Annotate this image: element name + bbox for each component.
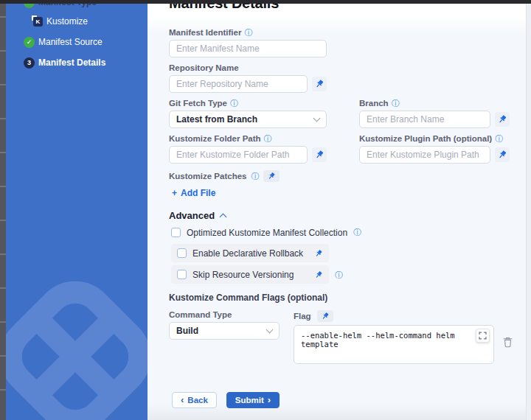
- check-icon: ✓: [24, 37, 35, 48]
- back-button[interactable]: ‹ Back: [172, 392, 217, 408]
- info-icon[interactable]: ⓘ: [251, 172, 259, 181]
- skip-versioning-label: Skip Resource Versioning: [192, 270, 308, 280]
- kustomize-folder-path-label: Kustomize Folder Path: [169, 134, 261, 143]
- row-kustomize-paths: Kustomize Folder Path ⓘ Kustomize Plugin…: [169, 134, 516, 164]
- declarative-rollback-label: Enable Declarative Rollback: [192, 248, 308, 259]
- branch-input[interactable]: [359, 111, 490, 128]
- patches-runtime-pin-button[interactable]: [263, 170, 280, 182]
- field-command-type: Command Type Build: [169, 310, 294, 367]
- branch-runtime-pin-button[interactable]: [495, 112, 510, 127]
- info-icon[interactable]: ⓘ: [264, 135, 272, 143]
- info-icon[interactable]: ⓘ: [335, 271, 343, 279]
- manifest-identifier-label: Manifest Identifier: [169, 28, 241, 37]
- manifest-details-panel: Manifest Details Manifest Identifier ⓘ R…: [148, 0, 531, 420]
- expand-editor-button[interactable]: [476, 329, 490, 343]
- info-icon[interactable]: ⓘ: [230, 99, 238, 108]
- step-label: Kustomize: [46, 16, 88, 27]
- git-fetch-type-select[interactable]: Latest from Branch: [169, 111, 327, 128]
- submit-button[interactable]: Submit ›: [226, 392, 280, 408]
- optimized-collection-row: Optimized Kustomize Manifest Collection …: [171, 227, 516, 238]
- repository-name-label: Repository Name: [169, 63, 239, 72]
- dimmed-page-backdrop: [0, 0, 6, 420]
- wizard-steps-sidebar: ✓ Manifest Type K Kustomize ✓ Manifest S…: [6, 0, 148, 420]
- field-kustomize-folder-path: Kustomize Folder Path ⓘ: [169, 134, 327, 164]
- manifest-wizard-drawer: ✓ Manifest Type K Kustomize ✓ Manifest S…: [0, 0, 531, 420]
- info-icon[interactable]: ⓘ: [353, 228, 361, 237]
- pin-icon: [321, 312, 330, 321]
- field-manifest-identifier: Manifest Identifier ⓘ: [169, 28, 327, 57]
- row-fetch-branch: Git Fetch Type ⓘ Latest from Branch Bran…: [169, 99, 516, 128]
- advanced-heading: Advanced: [169, 210, 215, 221]
- info-icon[interactable]: ⓘ: [244, 29, 252, 37]
- field-git-fetch-type: Git Fetch Type ⓘ Latest from Branch: [169, 99, 327, 128]
- info-icon[interactable]: ⓘ: [495, 135, 503, 143]
- add-file-button[interactable]: + Add File: [172, 187, 516, 199]
- pin-icon: [497, 114, 507, 125]
- skip-versioning-checkbox[interactable]: [177, 270, 187, 279]
- field-repository-name: Repository Name: [169, 63, 327, 93]
- command-type-label: Command Type: [169, 310, 232, 319]
- git-fetch-type-label: Git Fetch Type: [169, 99, 227, 108]
- optimized-collection-label: Optimized Kustomize Manifest Collection: [187, 228, 347, 238]
- plus-icon: +: [172, 188, 177, 198]
- field-flag: Flag --enable-helm --helm-command helm t…: [294, 310, 513, 367]
- declarative-rollback-checkbox[interactable]: [177, 248, 187, 258]
- rollback-runtime-pin-button[interactable]: [314, 249, 323, 258]
- sidebar-item-manifest-source[interactable]: ✓ Manifest Source: [6, 32, 148, 52]
- field-branch: Branch ⓘ: [359, 99, 510, 128]
- branch-label: Branch: [359, 99, 389, 108]
- git-fetch-type-value: Latest from Branch: [176, 114, 257, 125]
- command-type-select[interactable]: Build: [169, 322, 280, 340]
- repository-name-input[interactable]: [169, 75, 308, 93]
- kustomize-patches-label: Kustomize Patches: [169, 172, 246, 181]
- declarative-rollback-row: Enable Declarative Rollback: [171, 244, 329, 262]
- advanced-section-toggle[interactable]: Advanced: [169, 209, 516, 221]
- command-flags-heading: Kustomize Command Flags (optional): [169, 293, 516, 303]
- expand-icon: [479, 332, 487, 340]
- wizard-footer: ‹ Back Submit ›: [172, 392, 516, 408]
- kustomize-plugin-path-input[interactable]: [359, 146, 490, 164]
- chevron-down-icon: [266, 326, 274, 334]
- add-file-label: Add File: [181, 188, 215, 198]
- kustomize-icon: K: [33, 17, 43, 27]
- harness-logo-watermark: [6, 256, 148, 420]
- chevron-up-icon: [220, 213, 227, 220]
- delete-flag-button[interactable]: [503, 337, 513, 348]
- field-kustomize-patches: Kustomize Patches ⓘ: [169, 169, 516, 183]
- command-flags-row: Command Type Build Flag: [169, 310, 516, 367]
- pin-icon: [314, 79, 324, 89]
- info-icon[interactable]: ⓘ: [392, 99, 400, 108]
- manifest-identifier-input[interactable]: [169, 40, 327, 57]
- step-number-icon: 3: [24, 57, 35, 69]
- sidebar-item-manifest-details[interactable]: 3 Manifest Details: [6, 52, 148, 73]
- flag-label: Flag: [294, 312, 311, 321]
- chevron-left-icon: ‹: [181, 395, 184, 405]
- chevron-down-icon: [313, 115, 321, 122]
- kustomize-folder-path-input[interactable]: [169, 146, 308, 164]
- chevron-right-icon: ›: [268, 395, 271, 405]
- flag-textarea[interactable]: --enable-helm --helm-command helm templa…: [294, 325, 494, 364]
- step-label: Manifest Details: [38, 57, 105, 68]
- command-type-value: Build: [176, 326, 198, 336]
- scrollbar-track[interactable]: [526, 4, 531, 420]
- manifest-details-form: Manifest Identifier ⓘ Repository Name: [148, 16, 531, 408]
- wizard-step-list: ✓ Manifest Type K Kustomize ✓ Manifest S…: [6, 0, 148, 73]
- back-button-label: Back: [187, 396, 208, 405]
- top-dark-bar: [0, 0, 531, 4]
- pin-icon: [267, 172, 276, 181]
- skip-versioning-runtime-pin-button[interactable]: [314, 270, 323, 279]
- step-label: Manifest Source: [38, 37, 103, 47]
- folder-path-runtime-pin-button[interactable]: [312, 147, 327, 162]
- flag-runtime-pin-button[interactable]: [317, 310, 333, 322]
- pin-icon: [314, 150, 324, 160]
- skip-versioning-row: Skip Resource Versioning: [171, 265, 329, 284]
- pin-icon: [497, 150, 507, 160]
- field-kustomize-plugin-path: Kustomize Plugin Path (optional) ⓘ: [359, 134, 510, 164]
- submit-button-label: Submit: [235, 396, 264, 405]
- repository-runtime-pin-button[interactable]: [312, 77, 327, 91]
- sidebar-item-kustomize[interactable]: K Kustomize: [6, 11, 148, 32]
- optimized-collection-checkbox[interactable]: [171, 228, 181, 237]
- kustomize-plugin-path-label: Kustomize Plugin Path (optional): [359, 134, 492, 143]
- plugin-path-runtime-pin-button[interactable]: [495, 147, 510, 162]
